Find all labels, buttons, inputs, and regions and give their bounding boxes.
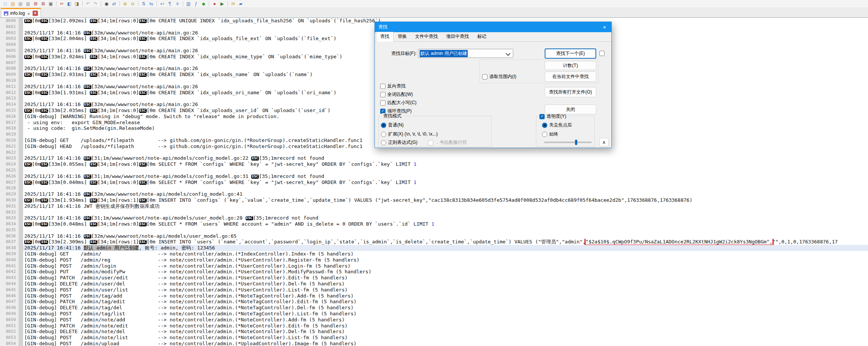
save-icon[interactable]: ▦ [17,1,24,7]
feedback-icon[interactable]: ✉ [230,1,237,7]
log-line[interactable]: 8630ESC[0mESC[33m[1.934ms] ESC[34;1m[row… [0,197,868,203]
bookmark-margin[interactable] [19,114,23,120]
log-line[interactable]: 8628 [0,185,868,191]
whole-word-checkbox[interactable]: 全词匹配(W) [380,91,413,98]
new-file-icon[interactable]: □ [2,1,9,7]
log-line[interactable]: 86312025/11/17 16:41:16 JWT 密钥生成并保存到数据库成… [0,203,868,209]
log-line[interactable]: 8622 [0,150,868,156]
log-line-text[interactable]: [GIN-debug] GET /admin/ --> note/control… [23,251,868,257]
checkbox-icon[interactable] [380,84,385,89]
log-line-text[interactable]: ESC[0mESC[33m[2.309ms] ESC[34;1m[rows:1]… [23,239,868,245]
zoom-out-icon[interactable]: ⊖ [129,1,136,7]
bookmark-margin[interactable] [19,78,23,84]
bookmark-margin[interactable] [19,281,23,287]
close-document-icon[interactable]: ⊠ [32,1,39,7]
bookmark-margin[interactable] [19,137,23,143]
bookmark-margin[interactable] [19,311,23,317]
log-line-text[interactable] [23,227,868,233]
log-line[interactable]: 8654[GIN-debug] POST /admin/upload --> n… [0,341,868,346]
match-case-checkbox[interactable]: 匹配大小写(C) [380,100,417,106]
log-line-text[interactable]: 2025/11/17 16:41:16 ESC[32m/www/wwwroot/… [23,191,868,197]
doc-map-icon[interactable]: ▥ [185,1,192,7]
log-line-text[interactable]: [GIN-debug] DELETE /admin/user/del --> n… [23,281,868,287]
bookmark-margin[interactable] [19,197,23,203]
pin-icon[interactable]: ► [26,11,31,16]
find-what-combobox[interactable]: 默认 admin 用户已创建 [418,49,513,58]
log-line[interactable]: 8652[GIN-debug] DELETE /admin/note/del -… [0,329,868,335]
bookmark-margin[interactable] [19,155,23,161]
copy-icon[interactable]: ◧ [66,1,73,7]
bookmark-margin[interactable] [19,245,23,251]
radio-selected-icon[interactable] [542,123,547,128]
transparency-always-radio[interactable]: 始终 [542,131,558,137]
log-line[interactable]: 8624ESC[0mESC[33m[0.055ms] ESC[34;1m[row… [0,161,868,167]
bookmark-margin[interactable] [19,90,23,96]
checkbox-icon[interactable] [380,92,385,97]
log-line-text[interactable] [23,150,868,156]
log-line[interactable]: 8653[GIN-debug] POST /admin/note/list --… [0,335,868,341]
bookmark-margin[interactable] [19,84,23,90]
log-line-text[interactable]: 2025/11/17 16:41:16 ESC[31;1m/www/wwwroo… [23,155,868,161]
bookmark-margin[interactable] [19,293,23,299]
bookmark-margin[interactable] [19,269,23,275]
tab-find-in-projects[interactable]: 项目中查找 [442,32,473,42]
mode-normal-radio[interactable]: 普通(N) [381,122,404,128]
backward-checkbox[interactable]: 反向查找 [380,83,406,89]
bookmark-margin[interactable] [19,72,23,78]
bookmark-margin[interactable] [19,227,23,233]
log-line-text[interactable]: [GIN-debug] POST /admin/tag/add --> note… [23,293,868,299]
log-line[interactable]: 8650[GIN-debug] POST /admin/note/add -->… [0,317,868,323]
log-line[interactable]: 8645[GIN-debug] POST /admin/user/list --… [0,287,868,293]
bookmark-margin[interactable] [19,215,23,221]
bookmark-margin[interactable] [19,335,23,341]
log-line-text[interactable]: 2025/11/17 16:41:16 ESC[32m/www/wwwroot/… [23,233,868,239]
log-line-text[interactable]: [GIN-debug] DELETE /admin/tag/del --> no… [23,305,868,311]
bookmark-margin[interactable] [19,60,23,66]
in-selection-checkbox[interactable]: 选取范围内(I) [482,73,516,80]
log-line-text[interactable]: [GIN-debug] PATCH /admin/user/edit --> n… [23,275,868,281]
transparency-slider[interactable] [544,142,592,143]
bookmark-margin[interactable] [19,24,23,30]
transparency-on-focus-radio[interactable]: 失去焦点后 [542,122,572,128]
log-line-text[interactable]: [GIN-debug] POST /admin/reg --> note/con… [23,257,868,263]
log-line[interactable]: 8632 [0,209,868,215]
bookmark-margin[interactable] [19,108,23,114]
bookmark-margin[interactable] [19,305,23,311]
mode-regex-radio[interactable]: 正则表达式(G) [381,139,417,146]
radio-icon[interactable] [542,132,547,137]
bookmark-margin[interactable] [19,18,23,24]
bookmark-margin[interactable] [19,167,23,173]
log-line[interactable]: 8635 [0,227,868,233]
log-line-text[interactable]: ESC[0mESC[33m[0.055ms] ESC[34;1m[rows:0]… [23,161,868,167]
find-icon[interactable]: ◉ [103,1,110,7]
log-line[interactable]: 8647[GIN-debug] PATCH /admin/tag/edit --… [0,299,868,305]
log-line-text[interactable]: [GIN-debug] POST /admin/upload --> note/… [23,341,868,346]
log-line[interactable]: 8651[GIN-debug] PATCH /admin/note/edit -… [0,323,868,329]
log-line-text[interactable]: 2025/11/17 16:41:16 JWT 密钥生成并保存到数据库成功 [23,203,868,209]
bookmark-margin[interactable] [19,287,23,293]
zoom-in-icon[interactable]: ⊕ [122,1,128,7]
log-line-text[interactable]: [GIN-debug] POST /admin/note/add --> not… [23,317,868,323]
bookmark-margin[interactable] [19,233,23,239]
bookmark-margin[interactable] [19,36,23,42]
log-line[interactable]: 8634ESC[0mESC[33m[0.048ms] ESC[34;1m[row… [0,221,868,227]
log-line-text[interactable]: [GIN-debug] PUT /admin/modifyPw --> note… [23,269,868,275]
macro-play-icon[interactable]: ▶ [219,1,226,7]
close-all-icon[interactable]: ⊠ [40,1,47,7]
collapse-button[interactable]: ∧ [599,138,609,147]
bookmark-margin[interactable] [19,150,23,156]
bookmark-margin[interactable] [19,125,23,131]
bookmark-margin[interactable] [19,299,23,305]
transparency-checkbox[interactable]: 透明度(Y) [538,113,567,120]
log-line[interactable]: 8643[GIN-debug] PATCH /admin/user/edit -… [0,275,868,281]
log-line[interactable]: 86232025/11/17 16:41:16 ESC[31;1m/www/ww… [0,155,868,161]
bookmark-margin[interactable] [19,143,23,150]
macro-record-icon[interactable]: ● [211,1,218,7]
log-line-text[interactable]: ESC[0mESC[33m[0.040ms] ESC[34;1m[rows:0]… [23,179,868,185]
log-line-text[interactable]: [GIN-debug] POST /admin/user/list --> no… [23,287,868,293]
bookmark-margin[interactable] [19,185,23,191]
checkbox-icon[interactable] [599,51,605,56]
log-line-text[interactable]: [GIN-debug] PATCH /admin/tag/edit --> no… [23,299,868,305]
bookmark-margin[interactable] [19,120,23,126]
log-line-text[interactable]: 2025/11/17 16:41:16 ESC[31;1m/www/wwwroo… [23,215,868,221]
